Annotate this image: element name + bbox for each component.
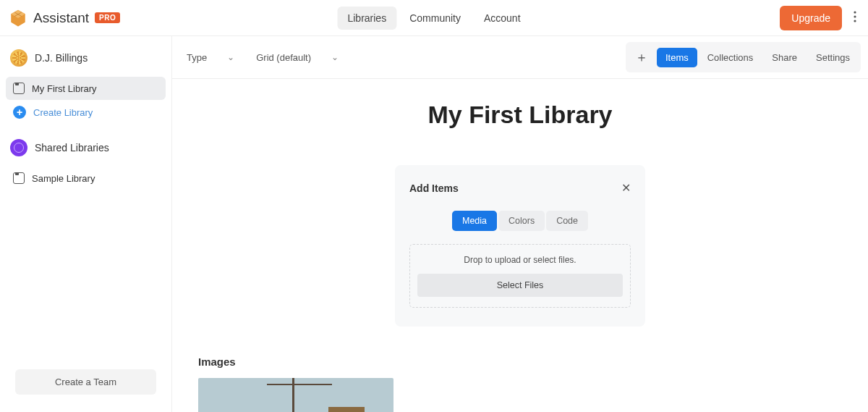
library-icon <box>13 172 25 184</box>
view-tab-share[interactable]: Share <box>763 48 806 67</box>
type-label: Type <box>187 52 207 63</box>
create-library-button[interactable]: + Create Library <box>6 100 166 125</box>
add-items-title: Add Items <box>409 182 459 194</box>
svg-point-6 <box>854 20 856 22</box>
add-item-button[interactable]: ＋ <box>628 44 655 70</box>
add-items-panel: Add Items ✕ Media Colors Code Drop to up… <box>395 165 645 327</box>
app-name: Assistant <box>33 10 89 26</box>
image-thumbnail[interactable] <box>198 378 393 412</box>
close-button[interactable]: ✕ <box>621 181 631 195</box>
media-type-tabs: Media Colors Code <box>409 211 631 231</box>
sidebar-item-label: My First Library <box>32 83 97 94</box>
top-bar: Assistant PRO Libraries Community Accoun… <box>0 0 868 36</box>
toolbar-right: ＋ Items Collections Share Settings <box>626 42 861 72</box>
page-title: My First Library <box>198 101 842 129</box>
tab-media[interactable]: Media <box>452 211 497 231</box>
sort-dropdown[interactable]: Grid (default) ⌄ <box>249 48 346 67</box>
select-files-button[interactable]: Select Files <box>417 274 623 297</box>
create-library-label: Create Library <box>33 107 93 118</box>
chevron-down-icon: ⌄ <box>331 52 339 62</box>
view-tab-settings[interactable]: Settings <box>807 48 859 67</box>
more-menu-button[interactable] <box>851 8 859 28</box>
shared-icon <box>10 139 27 156</box>
avatar <box>10 49 27 67</box>
svg-point-5 <box>854 15 856 17</box>
close-icon: ✕ <box>621 182 631 194</box>
plus-circle-icon: + <box>13 106 26 119</box>
pro-badge: PRO <box>95 12 120 23</box>
sidebar-item-my-first-library[interactable]: My First Library <box>6 77 166 100</box>
images-heading: Images <box>198 356 842 368</box>
sort-label: Grid (default) <box>256 52 311 63</box>
create-team-button[interactable]: Create a Team <box>15 369 156 395</box>
view-tab-collections[interactable]: Collections <box>699 48 762 67</box>
app-logo-icon <box>9 9 27 28</box>
nav-account[interactable]: Account <box>474 7 531 30</box>
nav-libraries[interactable]: Libraries <box>337 7 396 30</box>
nav-community[interactable]: Community <box>399 7 471 30</box>
type-dropdown[interactable]: Type ⌄ <box>179 48 242 67</box>
chevron-down-icon: ⌄ <box>227 52 234 62</box>
kebab-icon <box>854 14 856 25</box>
file-dropzone[interactable]: Drop to upload or select files. Select F… <box>409 244 631 308</box>
toolbar: Type ⌄ Grid (default) ⌄ ＋ Items Collecti… <box>172 36 868 79</box>
library-icon <box>13 83 25 94</box>
shared-libraries-row[interactable]: Shared Libraries <box>6 125 166 167</box>
shared-libraries-label: Shared Libraries <box>35 142 109 154</box>
tab-colors[interactable]: Colors <box>498 211 545 231</box>
sidebar-item-label: Sample Library <box>32 173 95 184</box>
top-nav: Libraries Community Account <box>337 7 530 30</box>
sidebar: D.J. Billings My First Library + Create … <box>0 36 172 412</box>
drop-text: Drop to upload or select files. <box>417 255 623 265</box>
logo-group: Assistant PRO <box>9 9 120 28</box>
topbar-right: Upgrade <box>780 6 859 30</box>
tab-code[interactable]: Code <box>546 211 588 231</box>
plus-icon: ＋ <box>635 50 648 64</box>
upgrade-button[interactable]: Upgrade <box>780 6 842 30</box>
sidebar-item-sample-library[interactable]: Sample Library <box>6 167 166 190</box>
svg-point-4 <box>854 11 856 13</box>
user-name: D.J. Billings <box>35 52 88 64</box>
user-row[interactable]: D.J. Billings <box>6 45 166 77</box>
view-tab-items[interactable]: Items <box>657 48 697 67</box>
main-content: Type ⌄ Grid (default) ⌄ ＋ Items Collecti… <box>172 36 868 412</box>
